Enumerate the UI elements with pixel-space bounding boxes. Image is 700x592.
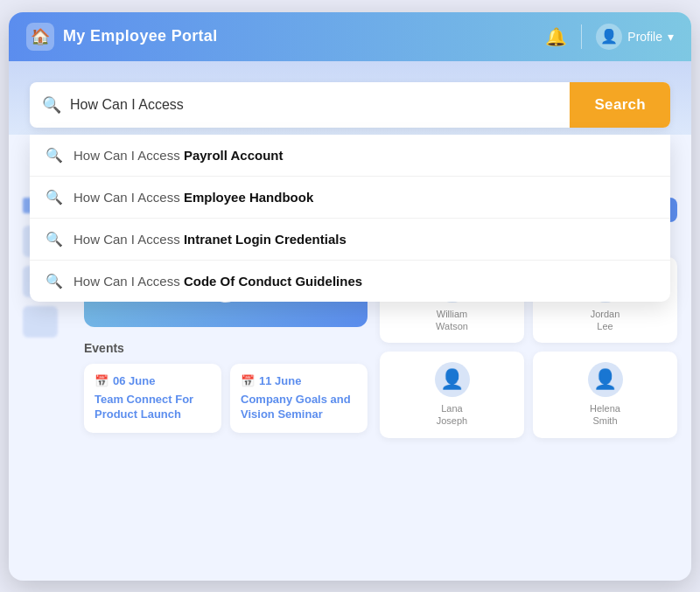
header-left: 🏠 My Employee Portal: [26, 23, 545, 51]
search-bar: 🔍 Search: [30, 82, 670, 128]
team-avatar-3: 👤: [435, 362, 470, 397]
profile-avatar-icon: 👤: [596, 24, 622, 50]
ac-text-4: How Can I Access Code Of Conduct Guideli…: [74, 274, 362, 289]
event-date-1: 📅 06 June: [94, 374, 211, 387]
event-title-2: Company Goals and Vision Seminar: [241, 392, 357, 422]
ac-bold-4: Code Of Conduct Guidelines: [184, 274, 362, 289]
ac-search-icon-3: 🔍: [46, 231, 63, 247]
team-avatar-4: 👤: [588, 362, 623, 397]
search-button[interactable]: Search: [570, 82, 670, 128]
header-divider: [581, 24, 582, 49]
home-icon[interactable]: 🏠: [26, 23, 54, 51]
team-name-4: HelenaSmith: [590, 402, 620, 428]
autocomplete-item[interactable]: 🔍 How Can I Access Employee Handbook: [30, 177, 670, 219]
autocomplete-item[interactable]: 🔍 How Can I Access Code Of Conduct Guide…: [30, 261, 670, 302]
team-card-4[interactable]: 👤 HelenaSmith: [533, 352, 677, 438]
events-section: Events 📅 06 June Team Connect For Produc…: [84, 341, 368, 433]
ac-prefix-2: How Can I Access: [74, 190, 184, 205]
ac-search-icon-4: 🔍: [46, 273, 63, 289]
team-name-3: LanaJoseph: [437, 402, 467, 428]
events-grid: 📅 06 June Team Connect For Product Launc…: [84, 364, 368, 433]
ac-bold-1: Payroll Account: [184, 148, 284, 163]
search-input[interactable]: [70, 85, 557, 125]
portal-title: My Employee Portal: [63, 27, 217, 45]
event-card-2[interactable]: 📅 11 June Company Goals and Vision Semin…: [230, 364, 368, 433]
ac-text-2: How Can I Access Employee Handbook: [74, 190, 313, 205]
ac-text-3: How Can I Access Intranet Login Credenti…: [74, 232, 346, 247]
header-right: 🔔 👤 Profile ▾: [545, 24, 674, 50]
ac-prefix-1: How Can I Access: [74, 148, 184, 163]
autocomplete-item[interactable]: 🔍 How Can I Access Payroll Account: [30, 135, 670, 177]
event-date-2: 📅 11 June: [241, 374, 357, 387]
event-title-1: Team Connect For Product Launch: [94, 392, 211, 422]
ac-prefix-4: How Can I Access: [74, 274, 184, 289]
search-input-wrap: 🔍: [30, 85, 570, 125]
events-title: Events: [84, 341, 368, 355]
autocomplete-item[interactable]: 🔍 How Can I Access Intranet Login Creden…: [30, 219, 670, 261]
ac-bold-3: Intranet Login Credentials: [184, 232, 346, 247]
ac-text-1: How Can I Access Payroll Account: [74, 148, 284, 163]
ac-search-icon-1: 🔍: [46, 147, 63, 164]
event-card-1[interactable]: 📅 06 June Team Connect For Product Launc…: [84, 364, 221, 433]
header: 🏠 My Employee Portal 🔔 👤 Profile ▾: [9, 12, 691, 61]
team-card-3[interactable]: 👤 LanaJoseph: [380, 352, 524, 438]
calendar-icon-1: 📅: [94, 374, 108, 387]
autocomplete-dropdown: 🔍 How Can I Access Payroll Account 🔍 How…: [30, 135, 670, 302]
search-section: 🔍 Search 🔍 How Can I Access Payroll Acco…: [9, 61, 691, 135]
ac-search-icon-2: 🔍: [46, 189, 63, 205]
search-icon: 🔍: [42, 95, 61, 115]
portal-window: 🏠 My Employee Portal 🔔 👤 Profile ▾ 🔍 Sea…: [9, 12, 691, 581]
team-name-2: JordanLee: [591, 308, 620, 333]
bell-icon[interactable]: 🔔: [545, 26, 567, 47]
profile-dropdown-icon: ▾: [668, 30, 674, 44]
ac-bold-2: Employee Handbook: [184, 190, 313, 205]
sidebar-item-bar-3: [23, 306, 58, 338]
team-name-1: WilliamWatson: [436, 308, 468, 333]
profile-label: Profile: [627, 30, 662, 44]
calendar-icon-2: 📅: [241, 374, 255, 387]
profile-button[interactable]: 👤 Profile ▾: [596, 24, 674, 50]
ac-prefix-3: How Can I Access: [74, 232, 184, 247]
